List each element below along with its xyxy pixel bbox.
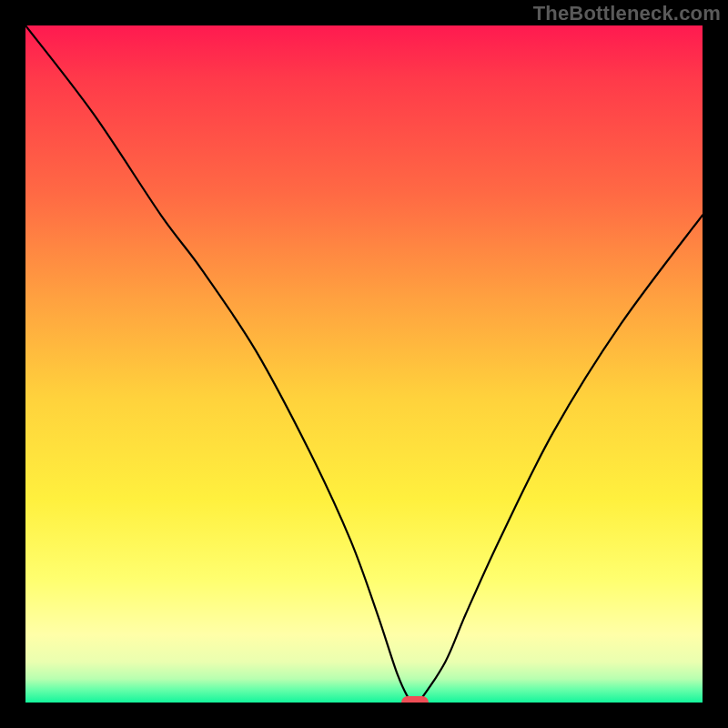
- bottleneck-curve: [25, 25, 703, 703]
- optimum-marker: [401, 696, 429, 703]
- plot-area: [25, 25, 703, 703]
- chart-frame: TheBottleneck.com: [0, 0, 728, 728]
- watermark-text: TheBottleneck.com: [533, 2, 721, 25]
